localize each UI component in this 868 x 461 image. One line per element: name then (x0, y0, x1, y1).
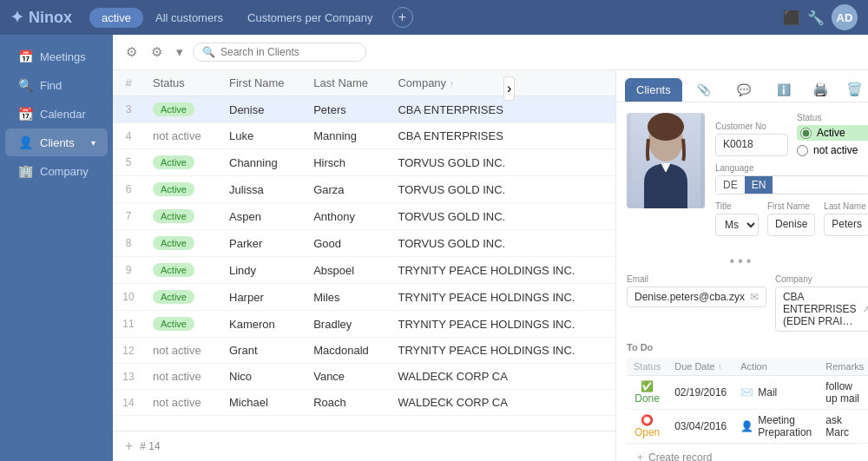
company-link-icon[interactable]: ↗ (862, 303, 868, 315)
row-first: Lindy (220, 257, 305, 284)
detail-tab-attach[interactable]: 📎 (686, 78, 722, 102)
sidebar-item-calendar[interactable]: 📆Calendar (5, 100, 108, 128)
todo-status-open: ⭕ Open (634, 414, 661, 438)
row-first: Kameron (220, 311, 305, 338)
status-active-option[interactable]: Active (797, 125, 868, 141)
table-row[interactable]: 10ActiveHarperMilesTRYNITY PEACE HOLDING… (113, 284, 615, 311)
email-field[interactable]: Denise.peters@cba.zyx ✉ (627, 286, 766, 307)
todo-row[interactable]: ✅ Done02/19/2016✉️ Mailfollow up mail (627, 376, 868, 410)
detail-tab-info[interactable]: ℹ️ (766, 78, 802, 102)
table-row[interactable]: 3ActiveDenisePetersCBA ENTERPRISES (113, 96, 615, 123)
status-not-active-option[interactable]: not active (797, 144, 868, 156)
row-num: 3 (113, 96, 144, 123)
row-num: 13 (113, 364, 144, 390)
search-icon: 🔍 (202, 46, 215, 58)
todo-status: ✅ Done (627, 376, 667, 410)
sidebar-item-meetings[interactable]: 📅Meetings (5, 43, 108, 70)
customer-no-value[interactable]: K0018 (715, 134, 788, 156)
sidebar-arrow-icon: ▾ (91, 138, 95, 148)
company-field[interactable]: CBA ENTERPRISES (EDEN PRAI… ↗ (775, 286, 868, 332)
split-container: › #StatusFirst NameLast NameCompany ↑ 3A… (113, 70, 868, 461)
table-row[interactable]: 5ActiveChanningHirschTORVUS GOLD INC. (113, 149, 615, 176)
delete-button[interactable]: 🗑️ (839, 77, 868, 102)
status-block: Status Active not active (797, 113, 868, 156)
table-row[interactable]: 7ActiveAspenAnthonyTORVUS GOLD INC. (113, 203, 615, 230)
table-container: #StatusFirst NameLast NameCompany ↑ 3Act… (113, 70, 615, 431)
last-name-label: Last Name (824, 201, 868, 211)
status-not-active: not active (153, 396, 201, 409)
row-last: Macdonald (305, 338, 389, 364)
table-row[interactable]: 14not activeMichaelRoachWALDECK CORP CA (113, 390, 615, 416)
create-record-plus-icon: + (637, 451, 643, 461)
todo-section: To Do StatusDue Date ↑ActionRemarks ✅ Do… (627, 342, 858, 461)
create-record-btn[interactable]: + Create record (627, 444, 858, 461)
sidebar-label-find: Find (40, 79, 62, 92)
table-row[interactable]: 9ActiveLindyAbspoelTRYNITY PEACE HOLDING… (113, 257, 615, 284)
print-button[interactable]: 🖨️ (806, 77, 836, 102)
todo-row[interactable]: ⭕ Open03/04/2016👤 Meeting Preparationask… (627, 410, 868, 444)
col-header-status[interactable]: Status (144, 70, 220, 96)
sidebar-item-find[interactable]: 🔍Find (5, 71, 108, 99)
todo-due-date: 02/19/2016 (667, 376, 733, 410)
sidebar-item-clients[interactable]: 👤Clients▾ (5, 128, 108, 156)
todo-action-text: 👤 Meeting Preparation (740, 414, 812, 438)
settings-button[interactable]: ⚙ (147, 42, 167, 63)
search-input[interactable] (220, 46, 357, 58)
table-row[interactable]: 13not activeNicoVanceWALDECK CORP CA (113, 364, 615, 390)
row-status: Active (144, 284, 220, 311)
status-not-active-radio[interactable] (797, 145, 808, 156)
sidebar-label-calendar: Calendar (40, 108, 86, 121)
col-header-first-name[interactable]: First Name (220, 70, 305, 96)
sidebar-item-company[interactable]: 🏢Company (5, 157, 108, 185)
add-row-btn[interactable]: + (125, 438, 133, 454)
row-first: Channing (220, 149, 305, 176)
lang-de-btn[interactable]: DE (716, 176, 745, 194)
status-badge: Active (153, 155, 194, 169)
nav-toolbar-icon-1[interactable]: ⬛ (783, 10, 800, 26)
calendar-icon: 📆 (17, 107, 33, 121)
language-group: Language DE EN (715, 163, 868, 194)
detail-tab-clients[interactable]: Clients (625, 78, 682, 102)
tab-all[interactable]: All customers (143, 8, 235, 28)
title-select[interactable]: Ms Mr Dr (715, 214, 759, 236)
row-num: 12 (113, 338, 144, 364)
todo-label: To Do (627, 342, 858, 352)
table-row[interactable]: 4not activeLukeManningCBA ENTERPRISES (113, 123, 615, 149)
status-active-radio[interactable] (800, 128, 812, 139)
row-first: Julissa (220, 176, 305, 203)
company-value: CBA ENTERPRISES (EDEN PRAI… (783, 291, 857, 327)
todo-status-done: ✅ Done (634, 380, 661, 405)
table-row[interactable]: 8ActiveParkerGoodTORVUS GOLD INC. (113, 230, 615, 257)
lang-en-btn[interactable]: EN (745, 176, 773, 194)
detail-tab-chat[interactable]: 💬 (726, 78, 762, 102)
tab-active[interactable]: active (89, 8, 143, 28)
last-name-value[interactable]: Peters (824, 214, 868, 236)
filter-button[interactable]: ⚙ (122, 42, 141, 63)
row-first: Aspen (220, 203, 305, 230)
table-row[interactable]: 12not activeGrantMacdonaldTRYNITY PEACE … (113, 338, 615, 364)
settings-arrow-button[interactable]: ▾ (172, 42, 187, 63)
top-nav-right: ⬛ 🔧 AD (783, 4, 858, 30)
last-name-block: Last Name Peters (824, 201, 868, 236)
avatar[interactable]: AD (832, 4, 858, 30)
tab-company[interactable]: Customers per Company (235, 8, 385, 28)
row-status: not active (144, 123, 220, 149)
row-num: 9 (113, 257, 144, 284)
detail-body: Customer No K0018 Status Act (616, 102, 868, 461)
table-row[interactable]: 6ActiveJulissaGarzaTORVUS GOLD INC. (113, 176, 615, 203)
attach-icon: 📎 (697, 83, 711, 96)
row-status: Active (144, 203, 220, 230)
table-row[interactable]: 11ActiveKameronBradleyTRYNITY PEACE HOLD… (113, 311, 615, 338)
content-area: ⚙ ⚙ ▾ 🔍 › #StatusFirst NameLast NameComp… (113, 35, 868, 461)
status-not-active: not active (153, 129, 201, 142)
col-header-last-name[interactable]: Last Name (305, 70, 389, 96)
add-tab-button[interactable]: + (392, 7, 413, 28)
nav-toolbar-icon-2[interactable]: 🔧 (807, 10, 825, 26)
todo-table: StatusDue Date ↑ActionRemarks ✅ Done02/1… (627, 358, 868, 444)
status-not-active: not active (153, 344, 201, 357)
email-value: Denise.peters@cba.zyx (635, 291, 745, 303)
todo-col-due-date[interactable]: Due Date ↑ (667, 358, 733, 376)
first-name-value[interactable]: Denise (767, 214, 815, 236)
panel-collapse-btn[interactable]: › (503, 76, 515, 101)
col-header-company[interactable]: Company ↑ (389, 70, 615, 96)
